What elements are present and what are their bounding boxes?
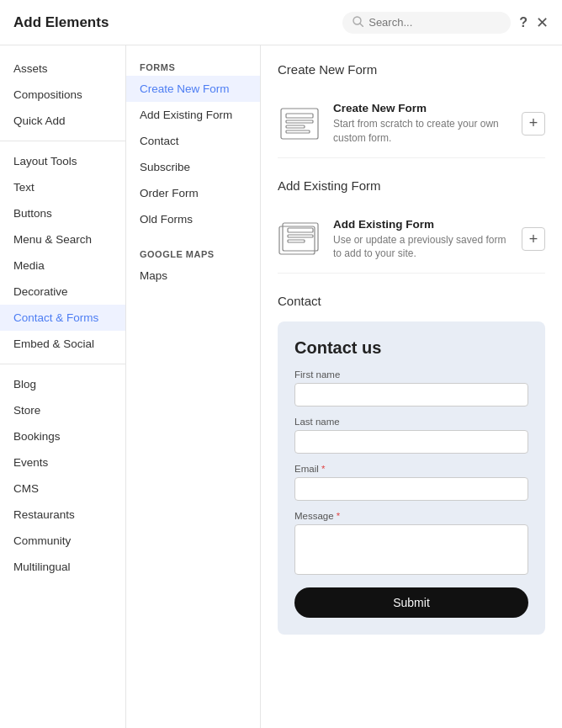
sidebar-divider-1 — [0, 141, 125, 141]
create-form-icon — [278, 106, 321, 141]
message-required: * — [337, 511, 340, 521]
sidebar-item-community[interactable]: Community — [0, 528, 125, 554]
sidebar-item-decorative[interactable]: Decorative — [0, 279, 125, 305]
sidebar-item-layout-tools[interactable]: Layout Tools — [0, 148, 125, 174]
email-label: Email * — [294, 464, 528, 474]
field-first-name: First name — [294, 369, 528, 407]
create-form-heading: Create New Form — [333, 102, 510, 114]
sidebar-item-cms[interactable]: CMS — [0, 476, 125, 502]
header: Add Elements ? ✕ — [0, 0, 562, 45]
sidebar-item-events[interactable]: Events — [0, 449, 125, 476]
page-title: Add Elements — [13, 14, 109, 31]
sidebar-left: Assets Compositions Quick Add Layout Too… — [0, 45, 126, 728]
contact-section-title: Contact — [278, 294, 545, 308]
sidebar-item-embed-social[interactable]: Embed & Social — [0, 331, 125, 357]
header-right: ? ✕ — [342, 12, 549, 34]
message-label: Message * — [294, 511, 528, 521]
first-name-label: First name — [294, 369, 528, 380]
search-icon — [353, 16, 363, 29]
main-layout: Assets Compositions Quick Add Layout Too… — [0, 45, 562, 728]
svg-rect-6 — [286, 130, 310, 133]
email-input[interactable] — [294, 477, 528, 501]
sidebar-divider-2 — [0, 364, 125, 364]
last-name-label: Last name — [294, 417, 528, 427]
contact-form-preview: Contact us First name Last name Email * … — [278, 321, 545, 635]
add-existing-form-card: Add Existing Form Use or update a previo… — [278, 206, 545, 274]
help-button[interactable]: ? — [519, 15, 528, 30]
search-bar[interactable] — [342, 12, 511, 34]
existing-form-add-button[interactable]: + — [522, 227, 545, 251]
email-required: * — [321, 464, 325, 474]
sidebar-middle: FORMS Create New Form Add Existing Form … — [126, 45, 261, 728]
field-message: Message * — [294, 511, 528, 577]
svg-rect-4 — [286, 120, 313, 123]
svg-rect-11 — [288, 240, 305, 242]
sidebar-item-assets[interactable]: Assets — [0, 56, 125, 82]
contact-preview-heading: Contact us — [294, 338, 528, 358]
forms-section-label: FORMS — [126, 56, 260, 76]
mid-item-create-new-form[interactable]: Create New Form — [126, 76, 260, 102]
existing-form-text: Add Existing Form Use or update a previo… — [333, 218, 510, 262]
mid-item-maps[interactable]: Maps — [126, 263, 260, 289]
sidebar-item-compositions[interactable]: Compositions — [0, 82, 125, 108]
mid-item-contact[interactable]: Contact — [126, 128, 260, 154]
mid-item-subscribe[interactable]: Subscribe — [126, 154, 260, 180]
sidebar-item-text[interactable]: Text — [0, 174, 125, 200]
field-last-name: Last name — [294, 417, 528, 454]
svg-line-1 — [360, 24, 363, 27]
create-form-text: Create New Form Start from scratch to cr… — [333, 102, 510, 146]
existing-form-icon — [278, 221, 321, 257]
sidebar-item-store[interactable]: Store — [0, 397, 125, 423]
message-input[interactable] — [294, 524, 528, 575]
mid-item-old-forms[interactable]: Old Forms — [126, 206, 260, 232]
close-button[interactable]: ✕ — [536, 15, 549, 30]
sidebar-item-bookings[interactable]: Bookings — [0, 423, 125, 449]
svg-rect-2 — [281, 109, 318, 139]
create-form-description: Start from scratch to create your own cu… — [333, 117, 510, 146]
existing-form-description: Use or update a previously saved form to… — [333, 233, 510, 262]
create-form-add-button[interactable]: + — [522, 112, 545, 136]
sidebar-item-menu-search[interactable]: Menu & Search — [0, 226, 125, 252]
svg-rect-5 — [286, 125, 305, 128]
content-right: Create New Form Create New Form Start fr… — [261, 45, 562, 728]
sidebar-item-blog[interactable]: Blog — [0, 371, 125, 397]
existing-section-title: Add Existing Form — [278, 178, 545, 193]
svg-rect-3 — [286, 114, 313, 118]
mid-item-add-existing-form[interactable]: Add Existing Form — [126, 102, 260, 128]
svg-rect-10 — [288, 235, 313, 237]
sidebar-item-quick-add[interactable]: Quick Add — [0, 108, 125, 134]
mid-item-order-form[interactable]: Order Form — [126, 180, 260, 206]
create-new-form-card: Create New Form Start from scratch to cr… — [278, 90, 545, 158]
sidebar-item-restaurants[interactable]: Restaurants — [0, 502, 125, 528]
sidebar-item-buttons[interactable]: Buttons — [0, 200, 125, 226]
svg-rect-9 — [288, 228, 313, 232]
search-input[interactable] — [368, 16, 501, 29]
sidebar-item-multilingual[interactable]: Multilingual — [0, 554, 125, 580]
maps-section-label: GOOGLE MAPS — [126, 242, 260, 263]
existing-form-heading: Add Existing Form — [333, 218, 510, 231]
sidebar-item-media[interactable]: Media — [0, 252, 125, 279]
first-name-input[interactable] — [294, 383, 528, 407]
sidebar-item-contact-forms[interactable]: Contact & Forms — [0, 305, 125, 331]
field-email: Email * — [294, 464, 528, 501]
last-name-input[interactable] — [294, 430, 528, 454]
create-section-title: Create New Form — [278, 62, 545, 77]
submit-button[interactable]: Submit — [294, 587, 528, 618]
